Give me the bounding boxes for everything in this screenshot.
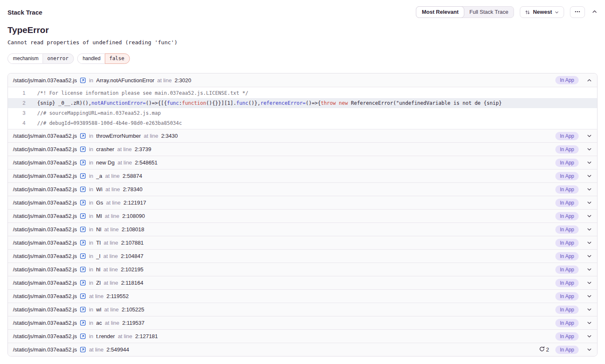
external-link-icon[interactable]	[80, 159, 86, 166]
external-link-icon[interactable]	[80, 253, 86, 259]
frame-line-number: 2:108090	[122, 213, 145, 219]
line-number: 1	[8, 88, 25, 98]
frame-chevron[interactable]	[585, 267, 593, 272]
frame-chevron[interactable]	[585, 173, 593, 179]
in-app-badge: In App	[555, 225, 579, 234]
frame-chevron[interactable]	[585, 147, 593, 152]
external-link-icon[interactable]	[80, 173, 86, 179]
stack-frame[interactable]: /static/js/main.037eaa52.js in Zl at lin…	[8, 276, 597, 289]
frame-line-number: 2:548651	[135, 159, 157, 166]
frame-function: Ml	[96, 213, 102, 219]
line-number: 3	[8, 108, 25, 118]
frame-line-number: 2:3430	[161, 133, 178, 139]
frame-in-label: in	[89, 146, 93, 152]
frame-line-number: 2:108018	[122, 226, 144, 233]
tag-handled[interactable]: handled false	[77, 53, 130, 64]
in-app-badge: In App	[555, 172, 579, 180]
frame-chevron[interactable]	[585, 187, 593, 192]
external-link-icon[interactable]	[80, 146, 86, 152]
stack-frame[interactable]: /static/js/main.037eaa52.js in _l at lin…	[8, 249, 597, 263]
frame-path: /static/js/main.037eaa52.js	[13, 266, 77, 273]
stack-frame[interactable]: /static/js/main.037eaa52.js at line 2:54…	[8, 343, 597, 356]
frame-chevron[interactable]	[585, 334, 593, 339]
stack-frame[interactable]: /static/js/main.037eaa52.js in Ml at lin…	[8, 209, 597, 222]
stack-frame[interactable]: /static/js/main.037eaa52.js in _a at lin…	[8, 169, 597, 182]
frame-in-label: in	[89, 253, 93, 259]
frame-line-number: 2:119552	[106, 293, 129, 299]
frame-chevron[interactable]	[585, 307, 593, 312]
more-options-button[interactable]	[570, 6, 585, 18]
stack-frame[interactable]: /static/js/main.037eaa52.js in hl at lin…	[8, 263, 597, 276]
collapse-section-button[interactable]	[591, 8, 598, 17]
frame-chevron[interactable]	[585, 240, 593, 245]
external-link-icon[interactable]	[80, 320, 86, 326]
frame-chevron[interactable]	[585, 253, 593, 259]
stack-frame[interactable]: /static/js/main.037eaa52.js in throwErro…	[8, 129, 597, 142]
frame-path: /static/js/main.037eaa52.js	[13, 226, 77, 233]
stack-frame[interactable]: /static/js/main.037eaa52.js in new Dg at…	[8, 156, 597, 169]
external-link-icon[interactable]	[80, 333, 86, 339]
frame-line-number: 2:107881	[121, 240, 144, 246]
external-link-icon[interactable]	[80, 226, 86, 233]
in-app-badge: In App	[555, 132, 579, 140]
stack-frames-list: /static/js/main.037eaa52.js in Array.not…	[8, 73, 597, 356]
external-link-icon[interactable]	[80, 346, 86, 353]
frame-chevron[interactable]	[585, 280, 593, 286]
stack-frame[interactable]: /static/js/main.037eaa52.js in Wi at lin…	[8, 182, 597, 196]
frame-function: throwErrorNumber	[96, 133, 141, 139]
external-link-icon[interactable]	[80, 280, 86, 286]
frame-function: wl	[96, 306, 101, 313]
toggle-most-relevant[interactable]: Most Relevant	[416, 6, 464, 18]
external-link-icon[interactable]	[80, 293, 86, 299]
frame-chevron[interactable]	[585, 160, 593, 165]
stack-frame[interactable]: /static/js/main.037eaa52.js at line 2:11…	[8, 289, 597, 303]
frame-chevron[interactable]	[585, 78, 593, 83]
stack-frame[interactable]: /static/js/main.037eaa52.js in crasher a…	[8, 142, 597, 156]
frame-at-line-label: at line	[103, 253, 118, 259]
frame-path: /static/js/main.037eaa52.js	[13, 200, 77, 206]
frame-chevron[interactable]	[585, 347, 593, 352]
stack-frame[interactable]: /static/js/main.037eaa52.js in wl at lin…	[8, 303, 597, 316]
stack-frame[interactable]: /static/js/main.037eaa52.js in Tl at lin…	[8, 236, 597, 249]
in-app-badge: In App	[555, 252, 579, 260]
frame-path: /static/js/main.037eaa52.js	[13, 77, 77, 83]
external-link-icon[interactable]	[80, 266, 86, 273]
external-link-icon[interactable]	[80, 240, 86, 246]
repeat-icon	[539, 346, 545, 353]
line-number: 4	[8, 118, 25, 128]
tag-mechanism[interactable]: mechanism onerror	[8, 53, 74, 64]
stack-frame[interactable]: /static/js/main.037eaa52.js in Array.not…	[8, 73, 597, 87]
sort-button[interactable]: Newest	[520, 6, 564, 18]
frame-at-line-label: at line	[117, 159, 132, 166]
frame-line-number: 2:3020	[175, 77, 191, 83]
frame-function: _a	[96, 173, 102, 179]
frame-at-line-label: at line	[144, 133, 158, 139]
toggle-full-stack-trace[interactable]: Full Stack Trace	[463, 6, 514, 18]
in-app-badge: In App	[555, 145, 579, 154]
external-link-icon[interactable]	[80, 200, 86, 206]
stack-frame[interactable]: /static/js/main.037eaa52.js in t.render …	[8, 329, 597, 343]
frame-at-line-label: at line	[104, 226, 119, 233]
stack-frame[interactable]: /static/js/main.037eaa52.js in ac at lin…	[8, 316, 597, 329]
external-link-icon[interactable]	[80, 133, 86, 139]
frame-chevron[interactable]	[585, 133, 593, 139]
external-link-icon[interactable]	[80, 213, 86, 219]
frame-chevron[interactable]	[585, 200, 593, 205]
frame-path: /static/js/main.037eaa52.js	[13, 133, 77, 139]
stack-frame[interactable]: /static/js/main.037eaa52.js in Nl at lin…	[8, 222, 597, 236]
external-link-icon[interactable]	[80, 186, 86, 192]
stack-view-toggle: Most Relevant Full Stack Trace	[416, 6, 514, 18]
in-app-badge: In App	[555, 159, 579, 167]
frame-chevron[interactable]	[585, 213, 593, 219]
frame-chevron[interactable]	[585, 227, 593, 232]
frame-at-line-label: at line	[89, 293, 104, 299]
stack-frame[interactable]: /static/js/main.037eaa52.js in Gs at lin…	[8, 196, 597, 209]
in-app-badge: In App	[555, 332, 579, 341]
frame-chevron[interactable]	[585, 293, 593, 299]
in-app-badge: In App	[555, 346, 579, 354]
external-link-icon[interactable]	[80, 77, 86, 83]
frame-chevron[interactable]	[585, 320, 593, 326]
external-link-icon[interactable]	[80, 306, 86, 313]
frame-line-number: 2:118164	[121, 280, 143, 286]
frame-in-label: in	[89, 173, 93, 179]
